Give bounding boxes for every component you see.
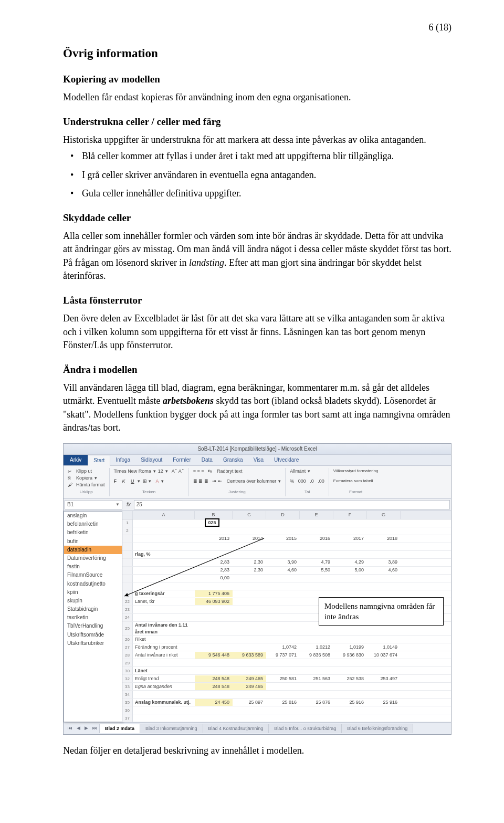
sheet-tab-active[interactable]: Blad 2 Indata <box>99 724 140 733</box>
chevron-down-icon: ▼ <box>116 502 120 507</box>
number-format[interactable]: Allmänt <box>290 468 306 475</box>
names-dropdown-item[interactable]: Utskriftsområde <box>64 631 122 639</box>
para-lasta: Den övre delen av Excelbladet är låst fö… <box>63 312 452 352</box>
tab-infoga[interactable]: Infoga <box>110 455 135 465</box>
bullet-bla: Blå celler kommer att fyllas i under åre… <box>63 150 452 163</box>
ribbon-tabs: Arkiv Start Infoga Sidlayout Formler Dat… <box>64 455 451 466</box>
tab-visa[interactable]: Visa <box>248 455 269 465</box>
bullet-list: Blå celler kommer att fyllas i under åre… <box>63 150 452 201</box>
col-header[interactable]: G <box>367 511 401 519</box>
para-skyddade: Alla celler som innehåller formler och v… <box>63 230 452 283</box>
group-label: Tal <box>290 489 324 495</box>
heading-skyddade: Skyddade celler <box>63 211 452 225</box>
bullet-gula: Gula celler innehåller definitiva uppgif… <box>63 187 452 201</box>
sheet-tab[interactable]: Blad 6 Befolkningsförändring <box>341 724 413 733</box>
cut-label[interactable]: Klipp ut <box>76 468 92 475</box>
names-dropdown-item[interactable]: kpiin <box>64 588 122 597</box>
heading-kopiering: Kopiering av modellen <box>63 72 452 87</box>
tab-sidlayout[interactable]: Sidlayout <box>135 455 167 465</box>
callout-box: Modellens namngivna områden får inte änd… <box>319 597 444 626</box>
names-dropdown[interactable]: anslaginbefolanriketinbefriketinbufindat… <box>64 511 122 722</box>
names-dropdown-item[interactable]: Statsbidragin <box>64 605 122 613</box>
names-dropdown-item[interactable]: FilnamnSource <box>64 571 122 579</box>
sheet-tabs: ⏮ ◀ ▶ ⏭ Blad 2 Indata Blad 3 Inkomstutjä… <box>64 722 451 734</box>
col-header[interactable]: F <box>333 511 367 519</box>
format-table[interactable]: Formatera som tabell <box>333 478 373 484</box>
tab-utvecklare[interactable]: Utvecklare <box>269 455 304 465</box>
group-label: Justering <box>193 489 281 495</box>
nav-last-icon[interactable]: ⏭ <box>90 724 99 733</box>
nav-next-icon[interactable]: ▶ <box>82 724 90 733</box>
formula-bar[interactable]: 25 <box>134 500 450 509</box>
excel-screenshot: SoB-LT-2014 [Kompatibilitetsläge] - Micr… <box>63 443 452 735</box>
font-name[interactable]: Times New Roma <box>114 468 151 475</box>
names-dropdown-item[interactable]: fastin <box>64 562 122 571</box>
heading-andra: Ändra i modellen <box>63 363 452 377</box>
para-kopiering: Modellen får endast kopieras för användn… <box>63 91 452 105</box>
copy-icon: ⎘ <box>68 475 74 481</box>
names-dropdown-item[interactable]: befolanriketin <box>64 520 122 528</box>
col-header[interactable]: D <box>266 511 300 519</box>
nav-first-icon[interactable]: ⏮ <box>66 724 75 733</box>
brush-icon: 🖌 <box>68 482 74 488</box>
col-header[interactable]: E <box>300 511 333 519</box>
names-dropdown-item[interactable]: Datumöverföring <box>64 554 122 562</box>
group-label: Urklipp <box>68 489 105 495</box>
col-header[interactable]: C <box>233 511 266 519</box>
names-dropdown-item[interactable]: TblVerHandling <box>64 622 122 630</box>
para-andra: Vill användaren lägga till blad, diagram… <box>63 381 452 435</box>
tab-formler[interactable]: Formler <box>167 455 196 465</box>
tab-granska[interactable]: Granska <box>218 455 248 465</box>
ribbon-group-align: ≡ ≡ ≡ ⇆ Radbryt text ≣ ≣ ≣ ⇥ ⇤ Centrera … <box>192 468 286 496</box>
bullet-gra: I grå celler skriver användaren in event… <box>63 169 452 182</box>
sheet-tab[interactable]: Blad 5 Inför... o strukturbidrag <box>268 724 342 733</box>
ribbon-group-clipboard: ✂Klipp ut ⎘Kopiera ▾ 🖌Hämta format Urkli… <box>67 468 110 496</box>
names-dropdown-item[interactable]: kostnadsutjnetto <box>64 580 122 588</box>
tab-arkiv[interactable]: Arkiv <box>64 455 88 465</box>
sheet-tab[interactable]: Blad 4 Kostnadsutjämning <box>203 724 269 733</box>
scissors-icon: ✂ <box>68 468 74 475</box>
excel-titlebar: SoB-LT-2014 [Kompatibilitetsläge] - Micr… <box>64 444 451 455</box>
fx-icon[interactable]: fx <box>123 501 134 508</box>
text-italic-landsting: landsting <box>189 257 224 268</box>
copy-label[interactable]: Kopiera <box>76 475 92 482</box>
names-dropdown-item[interactable]: Utskriftsrubriker <box>64 639 122 648</box>
page-title: Övrig information <box>63 45 452 62</box>
name-box[interactable]: B1 ▼ <box>65 500 122 509</box>
group-label: Format <box>333 489 379 495</box>
merge-cells[interactable]: Centrera över kolumner <box>227 478 277 485</box>
text-bold-arbetsbokens: arbetsbokens <box>163 395 214 406</box>
ribbon-body: ✂Klipp ut ⎘Kopiera ▾ 🖌Hämta format Urkli… <box>64 466 451 499</box>
tab-start[interactable]: Start <box>88 455 110 466</box>
closing-para: Nedan följer en detaljerad beskrivning a… <box>63 744 452 758</box>
col-header[interactable]: B <box>195 511 233 519</box>
names-dropdown-item[interactable]: befriketin <box>64 528 122 537</box>
ribbon-group-font: Times New Roma ▾ 12 ▾ A˄ A˅ F K U ▾ ⊞ ▾ … <box>113 468 189 496</box>
namebox-row: B1 ▼ fx 25 <box>64 499 451 511</box>
nav-prev-icon[interactable]: ◀ <box>75 724 82 733</box>
col-header[interactable]: A <box>133 511 195 519</box>
font-size[interactable]: 12 <box>158 468 163 475</box>
names-dropdown-item[interactable]: bufin <box>64 537 122 546</box>
names-dropdown-item[interactable]: taxriketin <box>64 613 122 622</box>
cond-format[interactable]: Villkorsstyrd formatering <box>333 468 379 474</box>
namebox-value: B1 <box>67 501 74 508</box>
names-dropdown-item[interactable]: anslagin <box>64 512 122 520</box>
tab-data[interactable]: Data <box>196 455 218 465</box>
wrap-text[interactable]: Radbryt text <box>217 468 243 475</box>
page-number: 6 (18) <box>63 21 452 35</box>
para-understrukna: Historiska uppgifter är understrukna för… <box>63 133 452 147</box>
heading-lasta: Låsta fönsterrutor <box>63 294 452 308</box>
names-dropdown-item[interactable]: skupin <box>64 597 122 605</box>
column-headers: A B C D E F G <box>122 511 451 519</box>
heading-understrukna: Understrukna celler / celler med färg <box>63 115 452 129</box>
sheet-tab[interactable]: Blad 3 Inkomstutjämning <box>140 724 203 733</box>
format-painter-label[interactable]: Hämta format <box>76 482 105 488</box>
ribbon-group-number: Allmänt ▾ % 000 .0 .00 Tal <box>289 468 329 496</box>
group-label: Tecken <box>114 489 184 495</box>
ribbon-group-styles: Villkorsstyrd formatering Formatera som … <box>332 468 383 496</box>
names-dropdown-item[interactable]: databladin <box>64 546 122 554</box>
